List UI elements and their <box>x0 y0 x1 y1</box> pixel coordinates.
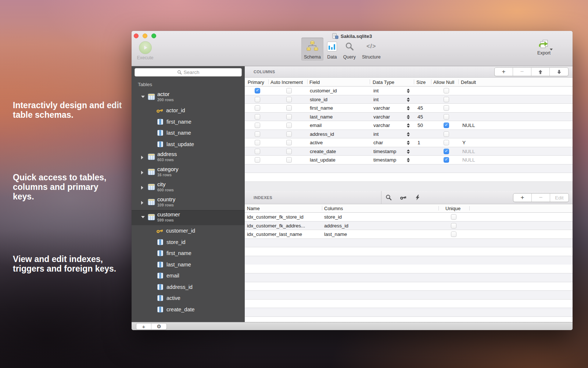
bar-chart-icon <box>327 39 337 53</box>
auto-increment-checkbox[interactable] <box>286 140 292 145</box>
sidebar-column-customer-id[interactable]: customer_id <box>132 225 245 237</box>
auto-increment-checkbox[interactable] <box>286 114 292 120</box>
data-type-stepper[interactable] <box>407 105 410 111</box>
sidebar-column-first-name-2[interactable]: first_name <box>132 248 245 259</box>
unique-checkbox[interactable] <box>451 231 456 237</box>
sidebar-table-address[interactable]: address 603 rows <box>132 150 245 165</box>
disclosure-closed-icon[interactable] <box>141 186 143 190</box>
sidebar-column-last-update[interactable]: last_update <box>132 139 245 150</box>
data-type-stepper[interactable] <box>407 123 410 128</box>
sidebar-column-last-name[interactable]: last_name <box>132 127 245 139</box>
column-row-email[interactable]: email varchar 50 NULL <box>245 121 573 130</box>
add-column-button[interactable]: + <box>495 68 513 76</box>
sidebar-column-store-id[interactable]: store_id <box>132 237 245 248</box>
export-button[interactable]: Export <box>532 40 556 56</box>
primary-checkbox[interactable] <box>255 157 260 163</box>
data-type-stepper[interactable] <box>407 114 410 120</box>
column-icon <box>157 119 163 125</box>
columns-table-header: Primary Auto Increment Field Data Type S… <box>245 78 573 86</box>
index-row-last-name[interactable]: idx_customer_last_name last_name <box>245 230 573 239</box>
data-type-stepper[interactable] <box>407 88 410 94</box>
allow-null-checkbox[interactable] <box>444 114 449 120</box>
execute-button[interactable]: Execute <box>134 40 156 60</box>
triggers-view-icon[interactable] <box>415 195 420 200</box>
auto-increment-checkbox[interactable] <box>286 123 292 128</box>
index-row-fk-store-id[interactable]: idx_customer_fk_store_id store_id <box>245 213 573 222</box>
settings-button[interactable]: ⚙ <box>151 323 166 329</box>
sidebar-column-first-name[interactable]: first_name <box>132 116 245 128</box>
disclosure-open-icon[interactable] <box>141 96 145 98</box>
primary-checkbox[interactable] <box>255 123 260 128</box>
primary-checkbox[interactable] <box>255 88 260 93</box>
disclosure-closed-icon[interactable] <box>141 201 143 205</box>
add-index-button[interactable]: + <box>513 194 532 202</box>
data-type-stepper[interactable] <box>407 97 410 103</box>
allow-null-checkbox[interactable] <box>444 105 449 111</box>
sidebar-table-country[interactable]: country 109 rows <box>132 195 245 210</box>
edit-index-button[interactable]: Edit <box>550 194 569 202</box>
sidebar-table-city[interactable]: city 600 rows <box>132 180 245 195</box>
column-row-last-name[interactable]: last_name varchar 45 <box>245 113 573 121</box>
data-type-stepper[interactable] <box>407 131 410 137</box>
primary-checkbox[interactable] <box>255 97 260 102</box>
column-row-active[interactable]: active char 1 Y <box>245 138 573 147</box>
add-table-button[interactable]: + <box>136 323 151 329</box>
sidebar-table-actor[interactable]: actor 200 rows <box>132 90 245 105</box>
allow-null-checkbox[interactable] <box>444 123 449 128</box>
auto-increment-checkbox[interactable] <box>286 149 292 154</box>
search-input[interactable]: Search <box>135 68 242 77</box>
remove-column-button[interactable]: − <box>513 68 531 76</box>
sidebar-column-active[interactable]: active <box>132 293 245 304</box>
index-row-fk-address[interactable]: idx_customer_fk_addres... address_id <box>245 222 573 230</box>
column-row-create-date[interactable]: create_date timestamp NULL <box>245 147 573 156</box>
primary-checkbox[interactable] <box>255 131 260 137</box>
tab-data[interactable]: Data <box>325 38 340 61</box>
app-window: Sakila.sqlite3 Execute Schema <box>132 31 573 330</box>
move-column-up-button[interactable] <box>531 68 550 76</box>
sidebar-column-last-name-2[interactable]: last_name <box>132 259 245 270</box>
allow-null-checkbox[interactable] <box>444 131 449 137</box>
foreign-keys-view-icon[interactable] <box>400 194 407 201</box>
allow-null-checkbox[interactable] <box>444 97 449 102</box>
allow-null-checkbox[interactable] <box>444 157 449 163</box>
auto-increment-checkbox[interactable] <box>286 131 292 137</box>
move-column-down-button[interactable] <box>550 68 568 76</box>
sidebar-column-create-date[interactable]: create_date <box>132 304 245 315</box>
auto-increment-checkbox[interactable] <box>286 88 292 93</box>
column-row-store-id[interactable]: store_id int <box>245 95 573 104</box>
data-type-stepper[interactable] <box>407 157 410 163</box>
auto-increment-checkbox[interactable] <box>286 157 292 163</box>
auto-increment-checkbox[interactable] <box>286 105 292 111</box>
window-header: Sakila.sqlite3 Execute Schema <box>132 31 573 66</box>
primary-checkbox[interactable] <box>255 114 260 120</box>
sidebar-column-email[interactable]: email <box>132 270 245 282</box>
data-type-stepper[interactable] <box>407 140 410 146</box>
sidebar-table-category[interactable]: category 16 rows <box>132 165 245 180</box>
disclosure-closed-icon[interactable] <box>141 171 143 174</box>
sidebar-table-customer[interactable]: customer 599 rows <box>132 210 245 225</box>
data-type-stepper[interactable] <box>407 149 410 155</box>
disclosure-open-icon[interactable] <box>141 216 145 218</box>
column-row-customer-id[interactable]: customer_id int <box>245 86 573 95</box>
sidebar-column-actor-id[interactable]: actor_id <box>132 105 245 116</box>
primary-checkbox[interactable] <box>255 149 260 154</box>
tab-structure[interactable]: </> Structure <box>359 38 383 61</box>
unique-checkbox[interactable] <box>451 214 456 220</box>
sidebar-column-address-id[interactable]: address_id <box>132 282 245 293</box>
disclosure-closed-icon[interactable] <box>141 156 143 159</box>
tab-query[interactable]: Query <box>341 38 358 61</box>
allow-null-checkbox[interactable] <box>444 140 449 145</box>
primary-checkbox[interactable] <box>255 105 260 111</box>
allow-null-checkbox[interactable] <box>444 149 449 154</box>
allow-null-checkbox[interactable] <box>444 88 449 93</box>
tab-schema[interactable]: Schema <box>301 38 323 61</box>
primary-checkbox[interactable] <box>255 140 260 145</box>
remove-index-button[interactable]: − <box>532 194 550 202</box>
code-brackets-icon: </> <box>366 39 376 53</box>
column-row-address-id[interactable]: address_id int <box>245 130 573 139</box>
unique-checkbox[interactable] <box>451 223 456 229</box>
auto-increment-checkbox[interactable] <box>286 97 292 102</box>
indexes-view-icon[interactable] <box>386 194 392 201</box>
column-row-first-name[interactable]: first_name varchar 45 <box>245 104 573 113</box>
column-row-last-update[interactable]: last_update timestamp NULL <box>245 156 573 164</box>
